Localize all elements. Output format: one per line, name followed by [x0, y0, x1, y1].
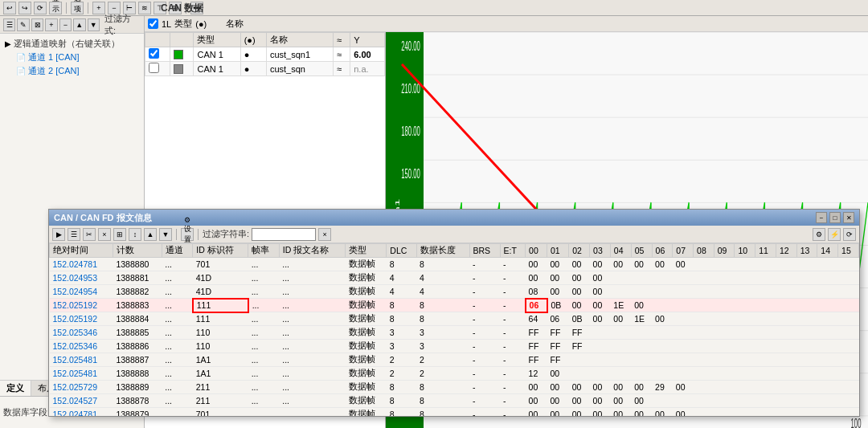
byte-14 [817, 408, 838, 417]
play-btn[interactable]: ▶ [52, 228, 65, 241]
tree-root[interactable]: ▶ 逻辑通道映射（右键关联） [3, 37, 141, 51]
table-btn[interactable]: ⊞ [113, 228, 126, 241]
byte-9 [714, 381, 735, 394]
options-btn[interactable]: 选项▼ [71, 2, 84, 14]
byte-10 [735, 408, 755, 417]
tab-define[interactable]: 定义 [0, 381, 31, 396]
row-eit: - [500, 285, 526, 299]
row-count: 1388885 [113, 326, 162, 340]
byte-6 [652, 285, 673, 299]
undo-btn[interactable]: ↩ [3, 2, 16, 14]
row-eit: - [500, 299, 526, 312]
can-msg-table-container[interactable]: 绝对时间 计数 通道 ID 标识符 帧率 ID 报文名称 类型 DLC 数据长度… [49, 243, 859, 416]
row-brs: - [469, 285, 500, 299]
redo-btn[interactable]: ↪ [18, 2, 31, 14]
row-dlc: 8 [387, 394, 416, 408]
close-btn[interactable]: ✕ [843, 212, 854, 223]
byte-12 [776, 408, 796, 417]
row-id: 701 [193, 258, 248, 271]
can-row[interactable]: 152.025192 1388884 ... 111 ... ... 数据帧 8… [50, 312, 859, 326]
can-row[interactable]: 152.024954 1388882 ... 41D ... ... 数据帧 4… [50, 285, 859, 299]
row-brs: - [469, 299, 500, 312]
right-stop-btn[interactable]: ⚡ [828, 228, 841, 241]
minimize-btn[interactable]: − [816, 212, 827, 223]
find-btn[interactable]: × [98, 228, 111, 241]
row-count: 1388887 [113, 353, 162, 367]
can-msg-table: 绝对时间 计数 通道 ID 标识符 帧率 ID 报文名称 类型 DLC 数据长度… [49, 243, 859, 416]
sort-btn[interactable]: ↕ [129, 228, 141, 241]
left-add-btn[interactable]: ☰ [3, 18, 15, 31]
byte-3: 00 [590, 394, 611, 408]
row-brs: - [469, 271, 500, 285]
byte-2: FF [569, 326, 590, 340]
can-row[interactable]: 152.024527 1388878 ... 211 ... ... 数据帧 8… [50, 394, 859, 408]
row-time: 152.024781 [50, 258, 113, 271]
row-rate: ... [248, 258, 280, 271]
signal-row-1[interactable]: CAN 1 ● cust_sqn ≈ n.a. [145, 62, 385, 76]
settings-btn[interactable]: ⚙ 设置▼ [181, 228, 194, 241]
left-edit-btn[interactable]: ✎ [17, 18, 29, 31]
row-brs: - [469, 367, 500, 381]
left-panel-toolbar: ☰ ✎ ⊠ + − ▲ ▼ 过滤方式: [0, 16, 144, 34]
signal-col-1l: 1L [162, 19, 171, 29]
byte-7 [673, 367, 694, 381]
row-id: 41D [193, 271, 248, 285]
left-del-btn[interactable]: ⊠ [31, 18, 43, 31]
byte-4: 00 [610, 312, 631, 326]
down-btn[interactable]: ▼ [159, 228, 172, 241]
right-settings-btn[interactable]: ⚙ [813, 228, 825, 241]
byte-2: 00 [569, 394, 590, 408]
row-channel: ... [162, 394, 193, 408]
can-row[interactable]: 152.025481 1388887 ... 1A1 ... ... 数据帧 2… [50, 353, 859, 367]
can-msg-panel: CAN / CAN FD 报文信息 − □ ✕ ▶ ☰ ✂ × ⊞ ↕ ▲ ▼ … [48, 209, 860, 417]
can-row[interactable]: 152.025481 1388888 ... 1A1 ... ... 数据帧 2… [50, 367, 859, 381]
signal-checkbox[interactable] [148, 18, 158, 29]
can-row[interactable]: 152.025346 1388885 ... 110 ... ... 数据帧 3… [50, 326, 859, 340]
cut-btn[interactable]: ✂ [83, 228, 96, 241]
left-down-btn[interactable]: ▼ [88, 18, 100, 31]
filter-clear-btn[interactable]: × [318, 228, 331, 241]
signal-check-1[interactable] [145, 62, 170, 76]
byte-11 [755, 299, 776, 312]
th-b06: 06 [652, 244, 673, 258]
byte-4: 1E [610, 299, 631, 312]
refresh-btn[interactable]: ⟳ [34, 2, 47, 14]
filter-msg-input[interactable] [252, 228, 316, 241]
signal-name-0: cust_sqn1 [266, 47, 333, 62]
can-row[interactable]: 152.025346 1388886 ... 110 ... ... 数据帧 3… [50, 340, 859, 353]
copy-btn[interactable]: ☰ [68, 228, 80, 241]
byte-8 [694, 285, 714, 299]
right-refresh-btn[interactable]: ⟳ [843, 228, 856, 241]
can-row[interactable]: 152.025192 1388883 ... 111 ... ... 数据帧 8… [50, 299, 859, 312]
signal-row-0[interactable]: CAN 1 ● cust_sqn1 ≈ 6.00 [145, 47, 385, 62]
byte-5: 00 [631, 299, 652, 312]
can-row[interactable]: 152.024781 1388880 ... 701 ... ... 数据帧 8… [50, 258, 859, 271]
tree-channel2[interactable]: 📄 通道 2 [CAN] [3, 64, 141, 78]
maximize-btn[interactable]: □ [829, 212, 841, 223]
can-msg-toolbar: ▶ ☰ ✂ × ⊞ ↕ ▲ ▼ ⚙ 设置▼ 过滤字符串: × ⚙ ⚡ ⟳ [49, 226, 859, 243]
tree-channel1[interactable]: 📄 通道 1 [CAN] [3, 51, 141, 64]
add-btn[interactable]: + [92, 2, 105, 14]
byte-1: 0B [547, 299, 569, 312]
can-row[interactable]: 152.024781 1388879 ... 701 ... ... 数据帧 8… [50, 408, 859, 417]
row-eit: - [500, 271, 526, 285]
row-dlc: 8 [387, 258, 416, 271]
row-time: 152.024781 [50, 408, 113, 417]
left-minus-btn[interactable]: − [59, 18, 72, 31]
row-dlc: 2 [387, 367, 416, 381]
channel2-icon: 📄 [16, 67, 26, 75]
row-channel: ... [162, 326, 193, 340]
display-btn[interactable]: 显示▼ [49, 2, 62, 14]
up-btn[interactable]: ▲ [144, 228, 157, 241]
left-plus-btn[interactable]: + [45, 18, 57, 31]
row-id: 41D [193, 285, 248, 299]
can-row[interactable]: 152.025729 1388889 ... 211 ... ... 数据帧 8… [50, 381, 859, 394]
row-time: 152.025481 [50, 353, 113, 367]
row-len: 8 [416, 408, 469, 417]
sep1 [66, 2, 67, 14]
byte-10 [735, 258, 755, 271]
signal-check-0[interactable] [145, 47, 170, 62]
row-rate: ... [248, 271, 280, 285]
left-up-btn[interactable]: ▲ [73, 18, 85, 31]
can-row[interactable]: 152.024953 1388881 ... 41D ... ... 数据帧 4… [50, 271, 859, 285]
